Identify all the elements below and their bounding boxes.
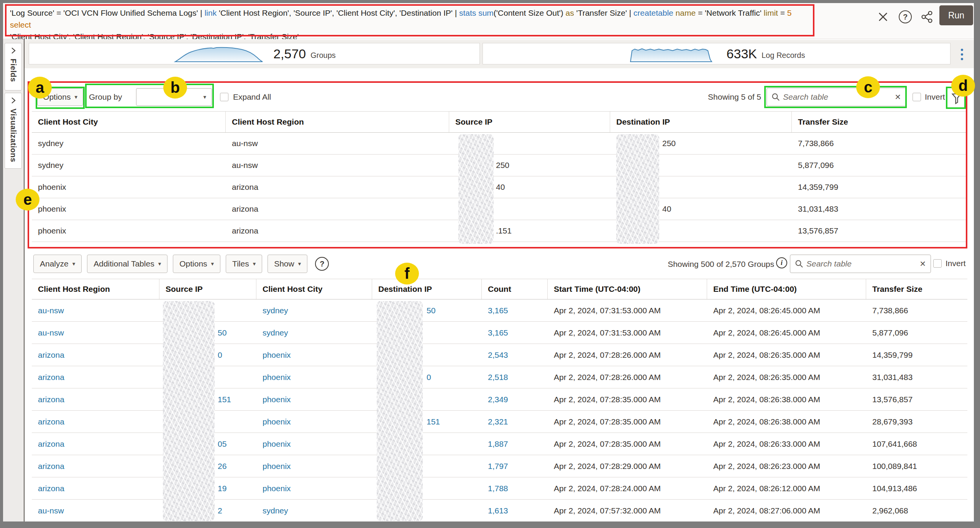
cell-city: sydney xyxy=(32,155,226,176)
table1-search-input[interactable] xyxy=(783,92,891,102)
cell-start: Apr 2, 2024, 07:28:26.000 AM xyxy=(548,366,707,388)
groups-header-client-host-region[interactable]: Client Host Region xyxy=(32,279,159,299)
button-label: Additional Tables xyxy=(94,259,154,268)
group-by-label: Group by xyxy=(89,92,122,102)
cell-count[interactable]: 2,543 xyxy=(482,344,548,366)
table2-search-input[interactable] xyxy=(806,259,916,268)
cell-city: phoenix xyxy=(32,176,226,198)
additional-tables-button[interactable]: Additional Tables▾ xyxy=(87,255,167,273)
cell-region[interactable]: arizona xyxy=(32,477,159,499)
groups-header-count[interactable]: Count xyxy=(482,279,548,299)
query-segment: ('Content Size Out') xyxy=(494,8,566,17)
cell-city[interactable]: phoenix xyxy=(256,455,372,477)
cell-city[interactable]: sydney xyxy=(256,322,372,344)
cell-city[interactable]: phoenix xyxy=(256,366,372,388)
screenshot-root: 'Log Source' = 'OCI VCN Flow Unified Sch… xyxy=(0,0,980,528)
show-button[interactable]: Show▾ xyxy=(268,255,307,273)
cell-city[interactable]: phoenix xyxy=(256,477,372,499)
cell-region[interactable]: arizona xyxy=(32,344,159,366)
cell-end: Apr 2, 2024, 08:26:35.000 AM xyxy=(707,366,866,388)
groups-summary-card[interactable]: 2,570 Groups xyxy=(29,43,480,64)
cell-count[interactable]: 2,518 xyxy=(482,366,548,388)
cell-city[interactable]: phoenix xyxy=(256,411,372,433)
close-icon[interactable] xyxy=(876,10,890,24)
network-traffic-header-client-host-city[interactable]: Client Host City xyxy=(32,112,226,132)
groups-header-destination-ip[interactable]: Destination IP xyxy=(372,279,482,299)
groups-header-start-time-utc-04-00-[interactable]: Start Time (UTC-04:00) xyxy=(548,279,707,299)
cell-size: 13,576,857 xyxy=(866,388,967,410)
cell-start: Apr 2, 2024, 07:28:29.000 AM xyxy=(548,455,707,477)
cell-city: phoenix xyxy=(32,198,226,220)
help-icon[interactable]: ? xyxy=(898,10,913,24)
group-by-dropdown[interactable]: ▾ xyxy=(136,88,212,106)
clear-search-icon[interactable]: ✕ xyxy=(895,92,901,102)
cell-end: Apr 2, 2024, 08:26:38.000 AM xyxy=(707,411,866,433)
cell-city[interactable]: phoenix xyxy=(256,344,372,366)
clear-search-icon[interactable]: ✕ xyxy=(919,259,926,268)
filter-funnel-icon[interactable] xyxy=(949,90,964,107)
network-traffic-header-client-host-region[interactable]: Client Host Region xyxy=(226,112,449,132)
groups-header-source-ip[interactable]: Source IP xyxy=(159,279,256,299)
info-icon[interactable]: i xyxy=(776,257,787,268)
cell-region[interactable]: arizona xyxy=(32,455,159,477)
query-input[interactable]: 'Log Source' = 'OCI VCN Flow Unified Sch… xyxy=(10,7,807,43)
cell-count[interactable]: 3,165 xyxy=(482,299,548,321)
network-traffic-header-source-ip[interactable]: Source IP xyxy=(449,112,610,132)
fields-panel-tab[interactable]: Fields xyxy=(5,43,22,90)
cell-city[interactable]: sydney xyxy=(256,299,372,321)
options-button[interactable]: Options ▾ xyxy=(37,88,83,106)
query-segment: as xyxy=(566,8,574,17)
expand-all-checkbox[interactable] xyxy=(220,93,228,101)
help-icon[interactable]: ? xyxy=(315,257,329,271)
cell-count[interactable]: 1,613 xyxy=(482,500,548,521)
cell-start: Apr 2, 2024, 07:31:53.000 AM xyxy=(548,322,707,344)
cell-count[interactable]: 1,887 xyxy=(482,433,548,455)
network-traffic-header-transfer-size[interactable]: Transfer Size xyxy=(792,112,967,132)
cell-region[interactable]: au-nsw xyxy=(32,500,159,521)
groups-label: Groups xyxy=(310,51,336,60)
analyze-button[interactable]: Analyze▾ xyxy=(33,255,82,273)
cell-city[interactable]: sydney xyxy=(256,500,372,521)
groups-header-client-host-city[interactable]: Client Host City xyxy=(256,279,372,299)
cell-count[interactable]: 1,788 xyxy=(482,477,548,499)
kebab-menu-icon[interactable] xyxy=(958,46,966,63)
cell-region[interactable]: arizona xyxy=(32,366,159,388)
button-label: Tiles xyxy=(232,259,249,268)
log-records-summary-card[interactable]: 633K Log Records xyxy=(483,43,950,64)
cell-count[interactable]: 2,321 xyxy=(482,411,548,433)
options-button[interactable]: Options▾ xyxy=(173,255,220,273)
query-segment: 'Client Host Region', 'Source IP', 'Clie… xyxy=(217,8,459,17)
cell-count[interactable]: 1,797 xyxy=(482,455,548,477)
table2-invert-checkbox[interactable] xyxy=(933,259,942,268)
cell-city[interactable]: phoenix xyxy=(256,433,372,455)
cell-size: 7,738,866 xyxy=(792,133,967,154)
cell-region: au-nsw xyxy=(226,155,449,176)
groups-table: Client Host RegionSource IPClient Host C… xyxy=(32,279,967,521)
visualizations-panel-tab[interactable]: Visualizations xyxy=(5,93,22,169)
chevron-down-icon: ▾ xyxy=(72,260,76,267)
network-traffic-table: Client Host CityClient Host RegionSource… xyxy=(32,111,967,242)
cell-region[interactable]: arizona xyxy=(32,388,159,410)
cell-region[interactable]: au-nsw xyxy=(32,299,159,321)
cell-region[interactable]: arizona xyxy=(32,411,159,433)
table1-showing-count: Showing 5 of 5 xyxy=(632,92,761,102)
run-button[interactable]: Run xyxy=(939,5,973,25)
cell-region[interactable]: arizona xyxy=(32,433,159,455)
cell-city[interactable]: phoenix xyxy=(256,388,372,410)
cell-count[interactable]: 2,349 xyxy=(482,388,548,410)
cell-end: Apr 2, 2024, 08:26:23.000 AM xyxy=(707,455,866,477)
share-icon[interactable] xyxy=(920,10,934,24)
button-label: Analyze xyxy=(40,259,69,268)
query-segment xyxy=(792,8,794,17)
groups-header-end-time-utc-04-00-[interactable]: End Time (UTC-04:00) xyxy=(707,279,866,299)
groups-header-transfer-size[interactable]: Transfer Size xyxy=(866,279,967,299)
chevron-down-icon: ▾ xyxy=(253,260,256,267)
tiles-button[interactable]: Tiles▾ xyxy=(226,255,262,273)
network-traffic-header-destination-ip[interactable]: Destination IP xyxy=(610,112,792,132)
cell-count[interactable]: 3,165 xyxy=(482,322,548,344)
redaction-overlay-source-ip xyxy=(163,301,215,521)
search-icon xyxy=(795,260,803,268)
table1-invert-checkbox[interactable] xyxy=(913,93,921,101)
chevron-right-icon xyxy=(11,47,16,54)
cell-region[interactable]: au-nsw xyxy=(32,322,159,344)
